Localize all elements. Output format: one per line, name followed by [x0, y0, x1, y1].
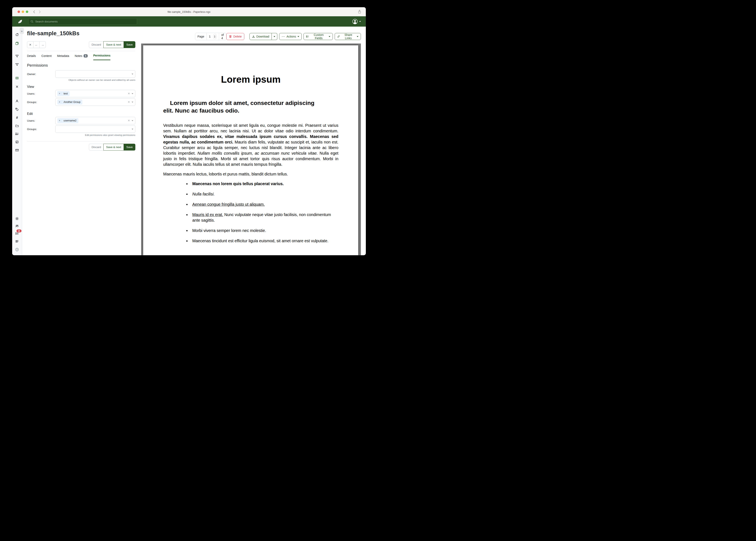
- tab-content[interactable]: Content: [41, 54, 52, 60]
- back-icon[interactable]: [33, 10, 35, 13]
- sidebar-item-documents[interactable]: [15, 42, 19, 45]
- doc-paragraph-2: Maecenas mauris lectus, lobortis et puru…: [163, 171, 338, 177]
- selected-user-chip: × username2: [57, 118, 78, 123]
- discard-button[interactable]: Discard: [89, 144, 104, 151]
- selected-group-chip: × Another Group: [57, 100, 82, 105]
- view-groups-select[interactable]: × Another Group ×: [55, 98, 135, 106]
- sidebar-item-users-groups[interactable]: [15, 224, 19, 228]
- forward-icon[interactable]: [39, 10, 41, 13]
- page-navigation: Page of 4: [195, 33, 226, 40]
- owner-select[interactable]: [55, 70, 135, 78]
- close-document-button[interactable]: ✕: [27, 41, 33, 48]
- tab-permissions[interactable]: Permissions: [93, 54, 110, 60]
- sidebar-item-storage-paths[interactable]: [15, 124, 19, 128]
- tab-notes[interactable]: Notes 5: [75, 54, 88, 60]
- sidebar-item-correspondents[interactable]: [15, 99, 19, 103]
- sidebar-expand-button[interactable]: »: [20, 28, 24, 34]
- sidebar-item-workflows[interactable]: [15, 140, 19, 144]
- link-icon: [337, 35, 340, 38]
- close-document-icon[interactable]: [15, 85, 19, 89]
- bottom-save-row: Discard Save & next Save: [27, 144, 135, 151]
- list-item: Mauris id ex erat. Nunc vulputate neque …: [190, 212, 338, 223]
- page-number-input[interactable]: [209, 35, 212, 38]
- chevron-down-icon: [298, 36, 299, 37]
- minimize-window-button[interactable]: [22, 11, 24, 13]
- page-label: Page: [195, 33, 207, 40]
- clear-icon[interactable]: ×: [128, 100, 130, 104]
- sidebar-item-custom-fields[interactable]: [15, 132, 19, 136]
- tab-details[interactable]: Details: [27, 54, 36, 60]
- macos-titlebar: file-sample_150kBs - Paperless-ngx: [12, 7, 366, 16]
- chevron-down-icon: [132, 120, 133, 121]
- custom-fields-icon: [306, 35, 309, 38]
- chevron-down-icon: [359, 21, 361, 22]
- next-document-button[interactable]: →: [39, 41, 46, 48]
- pdf-preview-frame[interactable]: Lorem ipsum Lorem ipsum dolor sit amet, …: [141, 44, 361, 255]
- step-down-icon[interactable]: [214, 37, 215, 38]
- custom-fields-button[interactable]: Custom Fields: [304, 33, 333, 40]
- tasks-count-badge: 16: [17, 230, 21, 233]
- sidebar-item-saved-view-2[interactable]: [15, 63, 19, 66]
- user-menu[interactable]: [352, 19, 361, 24]
- chevron-down-icon: [329, 36, 330, 37]
- app-body: » # 16 ?: [12, 27, 366, 255]
- notes-count-badge: 5: [84, 54, 88, 58]
- selected-user-chip: × test: [57, 91, 70, 96]
- edit-users-row: Users: × username2 ×: [27, 117, 135, 124]
- edit-section-heading: Edit: [27, 112, 135, 116]
- sidebar-item-dashboard[interactable]: [15, 33, 19, 36]
- page-title: file-sample_150kBs: [27, 30, 135, 37]
- list-item: Aenean congue fringilla justo ut aliquam…: [190, 202, 338, 207]
- sidebar-item-document-types[interactable]: #: [15, 116, 19, 119]
- chip-label: test: [62, 92, 70, 95]
- save-button[interactable]: Save: [124, 41, 135, 48]
- search-bar: [28, 18, 137, 25]
- actions-button[interactable]: ⋯ Actions: [279, 33, 302, 40]
- view-groups-label: Groups:: [27, 101, 55, 104]
- search-icon: [31, 20, 33, 23]
- download-options-button[interactable]: [272, 33, 277, 40]
- sidebar-item-open-document[interactable]: [15, 76, 19, 80]
- user-avatar-icon: [352, 19, 358, 24]
- delete-button[interactable]: Delete: [226, 33, 244, 40]
- edit-groups-row: Groups:: [27, 125, 135, 133]
- sidebar-item-tags[interactable]: [15, 108, 19, 111]
- chip-remove-icon[interactable]: ×: [57, 119, 62, 122]
- sidebar-item-settings[interactable]: [15, 217, 19, 221]
- svg-text:?: ?: [17, 249, 18, 251]
- sidebar-item-saved-view-1[interactable]: [15, 54, 19, 58]
- sidebar-item-logs[interactable]: [15, 240, 19, 243]
- share-icon[interactable]: [358, 9, 361, 14]
- previous-document-button[interactable]: ←: [33, 41, 40, 48]
- save-button[interactable]: Save: [124, 144, 135, 151]
- tab-notes-label: Notes: [75, 54, 82, 58]
- edit-groups-label: Groups:: [27, 128, 55, 131]
- edit-groups-select[interactable]: [55, 125, 135, 133]
- step-up-icon[interactable]: [214, 35, 215, 36]
- edit-users-select[interactable]: × username2 ×: [55, 117, 135, 124]
- download-button[interactable]: Download: [249, 33, 272, 40]
- search-input[interactable]: [35, 20, 135, 23]
- page-stepper[interactable]: [213, 34, 217, 39]
- list-item: Nulla facilisi.: [190, 191, 338, 197]
- chip-remove-icon[interactable]: ×: [57, 101, 62, 104]
- window-title: file-sample_150kBs - Paperless-ngx: [12, 10, 366, 13]
- help-icon[interactable]: ?: [15, 248, 19, 251]
- save-and-next-button[interactable]: Save & next: [103, 144, 124, 151]
- close-window-button[interactable]: [18, 11, 20, 13]
- app-header: [12, 16, 366, 27]
- save-button-group: Discard Save & next Save: [89, 144, 135, 151]
- share-links-button[interactable]: Share Links: [335, 33, 361, 40]
- tab-metadata[interactable]: Metadata: [57, 54, 69, 60]
- download-split-button: Download: [249, 33, 277, 40]
- paperless-logo-icon: [17, 19, 23, 24]
- clear-icon[interactable]: ×: [128, 119, 130, 122]
- clear-icon[interactable]: ×: [128, 92, 130, 95]
- view-users-select[interactable]: × test ×: [55, 90, 135, 97]
- chip-remove-icon[interactable]: ×: [57, 92, 62, 95]
- discard-button[interactable]: Discard: [89, 41, 104, 48]
- save-and-next-button[interactable]: Save & next: [103, 41, 124, 48]
- sidebar-item-mail[interactable]: [15, 149, 19, 152]
- list-item: Morbi viverra semper lorem nec molestie.: [190, 228, 338, 234]
- zoom-window-button[interactable]: [26, 11, 28, 13]
